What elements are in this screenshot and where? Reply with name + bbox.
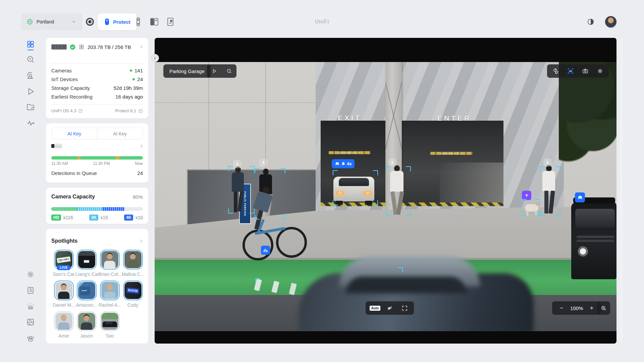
ai-key-device-row[interactable] bbox=[51, 143, 144, 148]
sidebar-item-playback[interactable] bbox=[26, 87, 35, 96]
avatar[interactable] bbox=[605, 16, 616, 27]
license-plate: 282 HRV bbox=[57, 256, 71, 263]
spotlight-sams-car[interactable]: 282 HRV LIVE Sam's Car bbox=[53, 250, 75, 277]
partial-detection-bracket bbox=[389, 267, 403, 281]
collapse-panel-button[interactable] bbox=[151, 54, 159, 62]
person-detection-icon[interactable] bbox=[388, 159, 396, 167]
bicycle-icon bbox=[263, 247, 268, 253]
letterbox-bottom bbox=[155, 331, 616, 344]
right-panel-rail[interactable] bbox=[620, 38, 623, 344]
camera-name-button[interactable]: Parking Garage bbox=[163, 64, 211, 78]
hdd-icon bbox=[78, 44, 85, 50]
auto-quality-badge: Auto bbox=[370, 306, 381, 311]
spotlight-jason[interactable]: Jason bbox=[75, 311, 98, 339]
exit-sign: EXIT bbox=[338, 114, 362, 122]
black-suv bbox=[570, 195, 616, 289]
live-view-viewport: EXIT ENTER CLEARANCE 6' 6" CLEARANCE 6' … bbox=[155, 38, 616, 344]
license-plate: B10736 bbox=[126, 287, 139, 294]
zoom-out-button[interactable] bbox=[554, 301, 569, 315]
smart-detections-toggle[interactable] bbox=[563, 64, 578, 78]
tab-ai-key-2[interactable]: AI Key bbox=[97, 128, 143, 139]
globe-icon bbox=[26, 18, 33, 25]
fullscreen-button[interactable] bbox=[397, 301, 412, 315]
view-tools-pill bbox=[547, 64, 609, 78]
storage-usage: 203.78 TB / 256 TB bbox=[88, 44, 131, 50]
moving-car bbox=[299, 253, 534, 331]
tab-camera-device[interactable] bbox=[130, 13, 146, 30]
sidebar-item-settings[interactable] bbox=[26, 270, 35, 279]
tab-doorbell-device[interactable] bbox=[146, 13, 162, 30]
vehicle-detection-badge[interactable] bbox=[575, 192, 585, 202]
camera-name: Parking Garage bbox=[163, 68, 211, 74]
status-check-icon bbox=[70, 44, 75, 50]
play-button[interactable] bbox=[207, 64, 222, 78]
nvr-device-row[interactable]: 203.78 TB / 256 TB bbox=[51, 44, 144, 50]
sidebar-item-logs[interactable] bbox=[26, 286, 35, 295]
playback-controls-pill bbox=[207, 64, 236, 78]
sidebar-item-activity[interactable] bbox=[26, 119, 35, 127]
ramp-light bbox=[440, 163, 503, 206]
unifi-os-button[interactable] bbox=[82, 13, 98, 30]
top-bar: Portland Protect bbox=[0, 13, 644, 30]
release-notes-icon[interactable] bbox=[78, 109, 83, 113]
person-detection-box[interactable] bbox=[228, 166, 255, 214]
person-detection-box[interactable] bbox=[540, 166, 560, 216]
spotlight-amie[interactable]: Amie bbox=[53, 311, 75, 339]
pillar-cross-brace bbox=[385, 82, 402, 149]
spotlight-daniel[interactable]: Daniel M... bbox=[53, 281, 75, 308]
animal-detection-badge[interactable] bbox=[522, 191, 531, 200]
vehicle-detection-box[interactable] bbox=[333, 170, 378, 205]
timeline-event-marker bbox=[116, 156, 119, 160]
magnify-button[interactable] bbox=[597, 301, 610, 315]
tab-sensor-device[interactable] bbox=[162, 13, 178, 30]
person-detection-icon[interactable] bbox=[259, 159, 267, 167]
spotlights-card: Spotlights 282 HRV LIVE Sam's Car Liang'… bbox=[46, 229, 148, 344]
license-plate bbox=[84, 260, 89, 263]
online-dot bbox=[130, 69, 132, 72]
snapshot-button[interactable] bbox=[578, 64, 593, 78]
sidebar-item-ai-search[interactable] bbox=[26, 55, 35, 64]
site-selector[interactable]: Portland bbox=[21, 13, 82, 30]
timeline-now-label: Now bbox=[135, 161, 143, 166]
chevron-right-icon[interactable] bbox=[139, 239, 144, 244]
mute-button[interactable] bbox=[382, 301, 397, 315]
person-detection-box[interactable] bbox=[255, 168, 285, 220]
vehicle-alert-badge[interactable]: 4s bbox=[332, 159, 355, 168]
spotlight-rachel[interactable]: Rachel A... bbox=[99, 281, 121, 308]
ptz-button[interactable] bbox=[548, 64, 563, 78]
theme-toggle-icon[interactable] bbox=[587, 18, 594, 25]
timeline-event-marker bbox=[78, 156, 80, 160]
release-notes-icon[interactable] bbox=[138, 109, 143, 113]
chevron-right-icon bbox=[139, 45, 144, 49]
wall-seam bbox=[155, 102, 316, 103]
nvr-card: 203.78 TB / 256 TB Cameras 141 IoT Devic… bbox=[46, 38, 148, 118]
stat-row-cameras: Cameras 141 bbox=[51, 67, 143, 74]
sidebar-item-dashboard[interactable] bbox=[26, 40, 35, 49]
sidebar-item-users[interactable] bbox=[26, 334, 35, 343]
ai-search-button[interactable] bbox=[222, 64, 236, 78]
person-detection-icon[interactable] bbox=[543, 159, 551, 167]
tab-ai-key-1[interactable]: AI Key bbox=[52, 128, 97, 139]
sidebar-item-floorplan[interactable] bbox=[26, 318, 35, 326]
online-dot bbox=[132, 78, 135, 80]
live-badge: LIVE bbox=[57, 265, 70, 270]
sidebar-item-detections[interactable] bbox=[26, 71, 35, 80]
stat-row-earliest-recording: Earliest Recording16 days ago bbox=[51, 93, 143, 100]
detection-timeline[interactable] bbox=[51, 156, 143, 160]
ai-key-card: AI Key AI Key 11:30 AM 11:30 PM Now Dete… bbox=[46, 123, 148, 183]
auto-quality-button[interactable]: Auto bbox=[368, 301, 382, 315]
spotlight-brian[interactable]: Brian Col... bbox=[99, 250, 121, 277]
enter-sign: ENTER bbox=[437, 114, 471, 122]
animal-detection-box[interactable] bbox=[522, 199, 540, 216]
spotlight-amazon[interactable]: Amazon... bbox=[75, 281, 98, 308]
spotlight-malina[interactable]: Malina C... bbox=[122, 250, 144, 277]
bicycle-detection-badge[interactable] bbox=[261, 246, 270, 255]
detections-queue-row: Detections in Queue 24 bbox=[51, 169, 143, 177]
sidebar-item-alarm[interactable] bbox=[26, 302, 35, 311]
spotlight-cody[interactable]: B10736 Cody bbox=[122, 281, 144, 308]
stream-settings-button[interactable] bbox=[593, 64, 607, 78]
sidebar-item-archive[interactable] bbox=[26, 103, 35, 112]
spotlight-liangs-car[interactable]: Liang's Car bbox=[75, 250, 98, 277]
spotlight-taxi[interactable]: Taxi bbox=[99, 311, 121, 339]
person-detection-box[interactable] bbox=[386, 166, 411, 216]
